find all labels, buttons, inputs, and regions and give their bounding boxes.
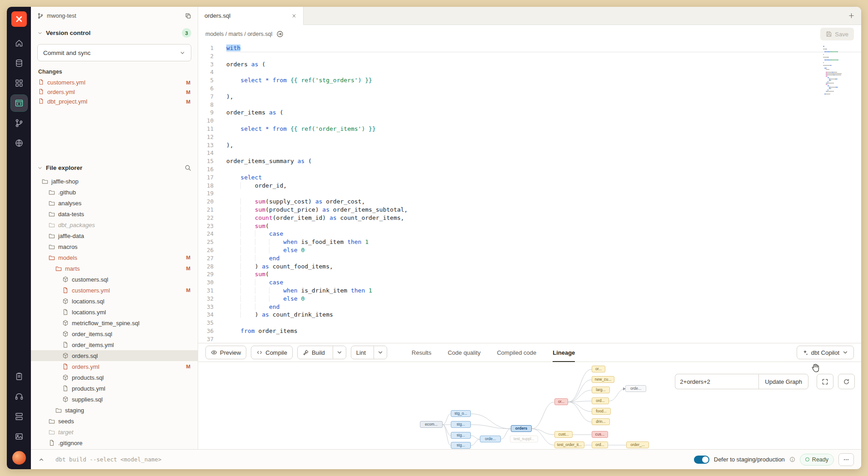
code-line-9[interactable]: order_items as ( [226, 109, 861, 117]
branch-icon[interactable] [11, 115, 27, 131]
lineage-node-cus[interactable]: cus... [592, 431, 608, 438]
defer-toggle[interactable] [694, 456, 709, 464]
build-action[interactable]: Build [298, 346, 330, 359]
lineage-node-test_order_it[interactable]: test_order_it... [554, 441, 584, 448]
code-line-7[interactable]: ), [226, 93, 861, 101]
code-line-32[interactable]: else 0 [226, 295, 861, 303]
lineage-node-stg_o[interactable]: stg_o... [451, 410, 471, 417]
code-line-27[interactable]: end [226, 254, 861, 263]
refresh-button[interactable] [838, 374, 855, 389]
code-line-23[interactable]: sum( [226, 222, 861, 230]
tree-item-customers.sql[interactable]: customers.sql [31, 274, 198, 285]
tree-item-order_items.sql[interactable]: order_items.sql [31, 328, 198, 339]
lint-action[interactable]: Lint [351, 346, 371, 359]
code-editor[interactable]: 1234567891011121314151617181920212223242… [198, 43, 861, 343]
change-item-customers.yml[interactable]: customers.ymlM [31, 78, 198, 87]
minimap[interactable] [823, 46, 858, 96]
lineage-link-icon[interactable] [276, 30, 284, 38]
lineage-node-cust[interactable]: cust... [554, 431, 573, 438]
tree-item-order_items.yml[interactable]: order_items.yml [31, 339, 198, 350]
code-line-17[interactable]: select [226, 174, 861, 182]
user-avatar[interactable] [12, 451, 26, 465]
expand-panel-button[interactable] [38, 456, 45, 463]
lineage-node-food[interactable]: food... [592, 408, 611, 415]
tree-item-orders.sql[interactable]: orders.sql [31, 350, 198, 361]
lineage-node-test_suppl[interactable]: test_suppl... [510, 436, 538, 442]
code-line-24[interactable]: case [226, 230, 861, 238]
lineage-node-stg[interactable]: stg... [451, 442, 471, 449]
lineage-node-larg[interactable]: larg... [592, 387, 610, 393]
code-line-29[interactable]: sum( [226, 270, 861, 278]
code-line-8[interactable] [226, 101, 861, 109]
tree-item-dbt_packages[interactable]: dbt_packages [31, 219, 198, 230]
tree-item-.github[interactable]: .github [31, 187, 198, 198]
change-item-dbt_project.yml[interactable]: dbt_project.ymlM [31, 97, 198, 106]
dbt-logo[interactable] [11, 11, 27, 27]
code-line-6[interactable] [226, 84, 861, 93]
code-line-15[interactable]: order_items_summary as ( [226, 157, 861, 165]
code-line-11[interactable]: select * from {{ ref('order_items') }} [226, 125, 861, 133]
more-menu-button[interactable] [838, 453, 854, 466]
tree-item-target[interactable]: target [31, 426, 198, 437]
file-explorer-header[interactable]: File explorer [31, 160, 198, 176]
code-lines[interactable]: withorders as ( select * from {{ ref('st… [220, 43, 861, 343]
tree-item-customers.yml[interactable]: customers.ymlM [31, 285, 198, 296]
tree-item-metricflow_time_spine.sql[interactable]: metricflow_time_spine.sql [31, 317, 198, 328]
lineage-node-or[interactable]: or... [592, 366, 605, 372]
code-line-37[interactable] [226, 335, 861, 343]
tab-results[interactable]: Results [412, 343, 431, 362]
lineage-node-ecom[interactable]: ecom... [420, 421, 443, 428]
lineage-node-ord[interactable]: ord... [592, 397, 609, 404]
branch-selector[interactable]: mwong-test [31, 7, 198, 24]
code-line-14[interactable] [226, 149, 861, 157]
code-line-5[interactable]: select * from {{ ref('stg_orders') }} [226, 76, 861, 84]
code-line-12[interactable] [226, 133, 861, 141]
commit-and-sync-button[interactable]: Commit and sync [37, 44, 191, 61]
code-line-4[interactable] [226, 68, 861, 76]
warehouse-icon[interactable] [11, 55, 27, 71]
lineage-node-order_[interactable]: order_... [626, 441, 649, 448]
code-line-25[interactable]: when is_food_item then 1 [226, 238, 861, 246]
tree-item-analyses[interactable]: analyses [31, 198, 198, 208]
tree-item-marts[interactable]: martsM [31, 263, 198, 274]
tree-item-supplies.sql[interactable]: supplies.sql [31, 394, 198, 405]
command-input[interactable]: dbt build --select <model_name> [55, 456, 161, 463]
fullscreen-button[interactable] [817, 374, 833, 389]
lineage-selector-input[interactable] [675, 374, 758, 389]
code-line-33[interactable]: end [226, 303, 861, 311]
info-icon[interactable] [789, 456, 795, 462]
lineage-node-orde[interactable]: orde... [480, 436, 501, 442]
save-button[interactable]: Save [820, 28, 854, 40]
new-tab-button[interactable] [848, 12, 855, 19]
tab-orders-sql[interactable]: orders.sql [198, 7, 304, 25]
stack-icon[interactable] [11, 408, 27, 425]
home-icon[interactable] [11, 35, 27, 51]
code-line-3[interactable]: orders as ( [226, 60, 861, 69]
code-line-20[interactable]: sum(supply_cost) as order_cost, [226, 198, 861, 206]
code-line-18[interactable]: order_id, [226, 182, 861, 190]
status-badge[interactable]: Ready [800, 454, 834, 466]
code-line-10[interactable] [226, 117, 861, 125]
tree-item-macros[interactable]: macros [31, 241, 198, 252]
code-line-21[interactable]: sum(product_price) as order_items_subtot… [226, 206, 861, 214]
tree-item-products.yml[interactable]: products.yml [31, 383, 198, 394]
compile-button[interactable]: Compile [251, 346, 293, 359]
headset-icon[interactable] [11, 388, 27, 405]
tree-item-staging[interactable]: staging [31, 405, 198, 416]
lineage-node-or[interactable]: or... [554, 398, 568, 405]
lineage-node-orders[interactable]: orders [511, 425, 532, 432]
tree-item-models[interactable]: modelsM [31, 252, 198, 263]
apps-icon[interactable] [11, 75, 27, 91]
code-line-28[interactable]: ) as count_food_items, [226, 263, 861, 271]
code-line-36[interactable]: from order_items [226, 327, 861, 335]
lineage-node-ord[interactable]: ord... [592, 441, 608, 448]
version-control-header[interactable]: Version control 3 [31, 24, 198, 42]
lineage-node-orde[interactable]: orde... [625, 385, 646, 392]
code-line-34[interactable]: ) as count_drink_items [226, 311, 861, 319]
lineage-node-new_cu[interactable]: new_cu... [592, 376, 614, 383]
lineage-node-stg[interactable]: stg... [451, 432, 471, 439]
lineage-node-drin[interactable]: drin... [592, 418, 610, 425]
code-line-26[interactable]: else 0 [226, 246, 861, 254]
image-icon[interactable] [11, 428, 27, 445]
tree-item-locations.yml[interactable]: locations.yml [31, 307, 198, 317]
